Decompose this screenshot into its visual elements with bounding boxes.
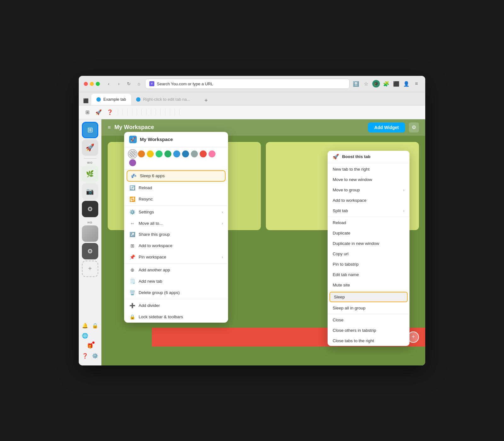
traffic-lights	[84, 82, 100, 86]
cm-close-to-right[interactable]: Close tabs to the right	[328, 336, 410, 346]
workspace-settings-button[interactable]: ⚙	[409, 122, 419, 133]
reload-icon: 🔄	[129, 185, 135, 191]
color-dot-blue[interactable]	[182, 150, 189, 157]
cm-pin-workspace[interactable]: 📌 Pin workspace ›	[124, 252, 228, 263]
forward-button[interactable]: ›	[115, 80, 123, 88]
bookmark-icon[interactable]: ☆	[362, 80, 370, 88]
tab-favicon: 🌐	[96, 97, 101, 102]
close-button[interactable]	[84, 82, 88, 86]
toolbar-icons: ⬆️ ☆ 🎓 🧩 ⬛ 👤 ≡	[352, 80, 420, 88]
cm-boost-tab[interactable]: 🚀 Boost this tab	[328, 151, 410, 162]
sidebar-app-1[interactable]: 🌿	[82, 166, 98, 182]
cm-close-others[interactable]: Close others in tabstrip	[328, 325, 410, 336]
tab-right-click-edit[interactable]: 🌐 Right-click to edit tab na...	[131, 94, 200, 105]
settings-icon: ⚙️	[129, 209, 135, 215]
cm-copy-url[interactable]: Copy url	[328, 249, 410, 259]
menu-icon[interactable]: ≡	[413, 80, 420, 88]
cm-delete-group[interactable]: 🗑️ Delete group (6 apps)	[124, 287, 228, 298]
sidebar-section-ho: HO	[88, 221, 93, 224]
add-widget-button[interactable]: Add Widget	[368, 122, 405, 133]
avatar[interactable]: 🎓	[372, 80, 380, 88]
cm-copy-url-label: Copy url	[333, 252, 348, 256]
cm-sleep-all-group[interactable]: Sleep all in group	[328, 303, 410, 313]
sidebar-app-home1[interactable]	[82, 225, 98, 242]
sidebar-add-button[interactable]: +	[82, 261, 98, 277]
cm-edit-tab-name[interactable]: Edit tab name	[328, 269, 410, 280]
cm-boost-label: Boost this tab	[342, 154, 370, 159]
cm-duplicate[interactable]: Duplicate	[328, 228, 410, 238]
maximize-button[interactable]	[96, 82, 100, 86]
cm-add-to-workspace[interactable]: Add to workspace	[328, 195, 410, 206]
globe-icon[interactable]: 🌐	[81, 331, 89, 340]
cm-move-new-window-label: Move to new window	[333, 177, 372, 182]
color-dot-lightgreen[interactable]	[156, 150, 163, 157]
sidebar-tab-btn[interactable]: ⬛	[81, 96, 90, 105]
color-dot-orange[interactable]	[138, 150, 145, 157]
color-dot-gray[interactable]	[191, 150, 198, 157]
cm-lock-sidebar[interactable]: 🔒 Lock sidebar & toolbars	[124, 311, 228, 323]
apps-icon[interactable]: ⊞	[83, 107, 92, 117]
sidebar-app-3[interactable]: ⚙	[82, 201, 98, 217]
help-bottom-icon[interactable]: ❓	[81, 352, 89, 360]
cm-move-to-group[interactable]: Move to group ›	[328, 185, 410, 195]
back-button[interactable]: ‹	[105, 80, 112, 88]
sidebar-app-home2[interactable]: ⚙	[82, 243, 98, 259]
sidebar-toggle-icon[interactable]: ⬛	[392, 80, 400, 88]
new-tab-button[interactable]: +	[202, 96, 210, 105]
cm-add-workspace-label: Add to workspace	[139, 243, 172, 248]
cm-sleep-apps[interactable]: 💤 Sleep 6 apps	[127, 170, 226, 182]
sidebar-workspace-icon[interactable]: ⊞	[82, 122, 98, 138]
cm-delete-group-label: Delete group (6 apps)	[139, 290, 180, 295]
cm-sleep-label: Sleep 6 apps	[140, 173, 165, 178]
cm-close-others-label: Close others in tabstrip	[333, 328, 376, 333]
cm-new-tab-right[interactable]: New tab to the right	[328, 164, 410, 174]
color-dot-red[interactable]	[200, 150, 207, 157]
cm-mute-site[interactable]: Mute site	[328, 280, 410, 290]
cm-move-new-window[interactable]: Move to new window	[328, 174, 410, 185]
color-dot-pink[interactable]	[209, 150, 215, 157]
boost-icon[interactable]: 🚀	[94, 107, 103, 117]
extensions-icon[interactable]: 🧩	[382, 80, 390, 88]
color-dot-pattern[interactable]	[129, 150, 136, 157]
tab-example[interactable]: 🌐 Example tab	[91, 94, 131, 105]
reload-button[interactable]: ↻	[125, 80, 133, 88]
cm-workspace-header: 🚀 My Workspace	[124, 132, 228, 147]
sidebar-app-2[interactable]: 📷	[82, 183, 98, 200]
cm-resync[interactable]: 🔁 Resync	[124, 194, 228, 205]
color-dot-yellow[interactable]	[147, 150, 154, 157]
cm-add-new-tab[interactable]: 🗒️ Add new tab	[124, 276, 228, 287]
add-tab-icon: 🗒️	[129, 279, 135, 284]
cm-tab-reload[interactable]: Reload	[328, 218, 410, 228]
cm-pin-tabstrip[interactable]: Pin to tabstrip	[328, 259, 410, 269]
help-icon[interactable]: ❓	[105, 107, 115, 117]
color-dot-purple[interactable]	[129, 159, 136, 166]
cm-workspace-icon: 🚀	[129, 136, 137, 143]
profile-icon[interactable]: 👤	[403, 80, 410, 88]
sidebar-bottom: 🔔 🔒 🌐 🎁 ❓ ⚙️	[81, 315, 100, 363]
cm-sleep[interactable]: Sleep	[329, 292, 408, 302]
sidebar-nav-icon[interactable]: 🚀	[82, 139, 98, 156]
color-dot-green[interactable]	[164, 150, 171, 157]
cm-add-divider[interactable]: ➕ Add divider	[124, 300, 228, 311]
notifications-icon[interactable]: 🔔	[81, 321, 89, 330]
cm-add-workspace[interactable]: ⊞ Add to workspace	[124, 240, 228, 252]
lock-icon[interactable]: 🔒	[91, 321, 100, 330]
cm-settings[interactable]: ⚙️ Settings ›	[124, 206, 228, 218]
cm-share[interactable]: ↗️ Share this group	[124, 229, 228, 240]
color-dot-skyblue[interactable]	[173, 150, 180, 157]
cm-split-tab[interactable]: Split tab ›	[328, 206, 410, 216]
share-icon[interactable]: ⬆️	[352, 80, 360, 88]
settings-bottom-icon[interactable]: ⚙️	[91, 352, 100, 360]
home-button[interactable]: ⌂	[135, 80, 143, 88]
cm-duplicate-new-window[interactable]: Duplicate in new window	[328, 238, 410, 249]
cm-reload[interactable]: 🔄 Reload	[124, 182, 228, 194]
cm-move-all[interactable]: ↔️ Move all to... ›	[124, 218, 228, 229]
address-bar[interactable]: Y Search You.com or type a URL	[145, 79, 350, 89]
cm-add-app[interactable]: ⊕ Add another app	[124, 264, 228, 276]
cm-right-divider3	[328, 291, 410, 291]
cm-close[interactable]: Close	[328, 315, 410, 325]
cm-duplicate-label: Duplicate	[333, 231, 350, 235]
tab-label: Example tab	[103, 97, 126, 102]
color-picker	[124, 147, 228, 170]
minimize-button[interactable]	[90, 82, 94, 86]
